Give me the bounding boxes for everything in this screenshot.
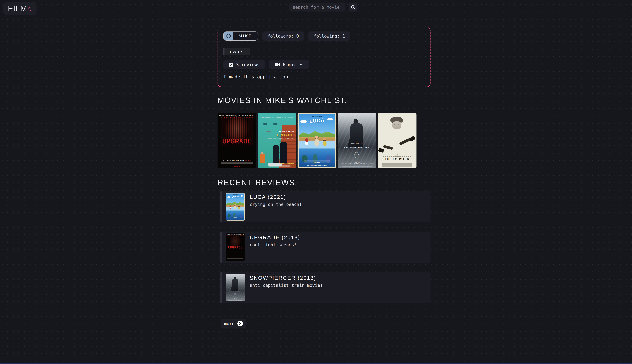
poster-title: THE LOBSTER: [378, 157, 416, 161]
review-movie-title: SNOWPIERCER (2013): [250, 275, 316, 281]
poster-top-credits: FROM BLUMHOUSE, THE PRODUCER OF GET OUT,…: [226, 234, 245, 237]
poster-release-date: Original Movie Streaming June 18: [299, 165, 335, 166]
poster-title: UPGRADE: [218, 137, 256, 145]
watchlist-poster-snowpiercer: BONG JOON HO SNOWPIERCER FIGHT YOUR WAY …: [226, 274, 245, 302]
review-movie-title: UPGRADE (2018): [250, 234, 300, 240]
video-camera-icon: [274, 62, 280, 67]
poster-platform: Disney+: [226, 217, 244, 218]
poster-credit-block: [342, 165, 372, 167]
profile-card: MIKE followers: 0 following: 1 owner 3 r…: [218, 27, 430, 87]
review-thumb: Disney PIXAR LUCA Disney+ Original Movie…: [226, 193, 245, 220]
review-text: crying on the beach!: [250, 202, 302, 207]
poster-release-date: Original Movie Streaming June 18: [226, 219, 244, 220]
poster-top-credits: FROM BLUMHOUSE, THE PRODUCER OF GET OUT,…: [218, 115, 256, 121]
face-icon: [226, 33, 231, 39]
review-movie-title: LUCA (2021): [250, 194, 286, 200]
poster-director-line: FROM THE DIRECTOR OF SHERLOCK HOLMES AND…: [260, 117, 294, 120]
more-reviews-button[interactable]: more: [221, 319, 246, 328]
poster-release-date: JUNE 1: [218, 165, 256, 167]
reviews-heading: RECENT REVIEWS.: [218, 178, 430, 186]
profile-bio: I made this application: [223, 74, 424, 79]
avatar: [224, 32, 233, 40]
review-thumb: BONG JOON HO SNOWPIERCER FIGHT YOUR WAY …: [226, 274, 245, 302]
profile-stats-row: 3 reviews 6 movies: [223, 60, 424, 69]
watchlist-poster-luca[interactable]: Disney PIXAR LUCA Disney+ Original Movie…: [298, 113, 336, 168]
poster-art-water: [226, 210, 244, 220]
poster-title: SNOWPIERCER: [226, 290, 245, 292]
poster-art-hills: [299, 129, 335, 140]
poster-art-face: [392, 121, 402, 129]
pencil-square-icon: [229, 62, 233, 67]
watchlist-poster-luca: Disney PIXAR LUCA Disney+ Original Movie…: [226, 193, 245, 220]
movies-count-badge: 6 movies: [269, 60, 309, 69]
logo-film: FILM: [8, 4, 27, 13]
poster-cast: EVANS KANG HO SWINTON BELL SPENCER HURT …: [338, 163, 376, 164]
poster-title: UPGRADE: [226, 245, 245, 249]
poster-credit-block: [227, 258, 243, 259]
watchlist-poster-strip: FROM BLUMHOUSE, THE PRODUCER OF GET OUT,…: [218, 113, 430, 168]
poster-tagline: NOT MAN. NOT MACHINE. MORE.: [226, 256, 245, 258]
watchlist-poster-lobster[interactable]: THE LOBSTER: [378, 113, 416, 168]
poster-cast: EVANS KANG HO SWINTON BELL SPENCER HURT …: [226, 299, 245, 299]
logo-accent: r.: [27, 4, 32, 13]
following-badge: following: 1: [308, 32, 350, 40]
poster-credit-block: [382, 164, 412, 167]
poster-release-date: JUNE 1: [226, 260, 245, 260]
poster-credit-block: [220, 162, 253, 165]
reviews-count-badge: 3 reviews: [223, 60, 265, 69]
role-row: owner: [223, 47, 424, 55]
poster-art-water: [299, 148, 335, 167]
poster-director: BONG JOON HO: [226, 289, 245, 290]
review-card-luca[interactable]: Disney PIXAR LUCA Disney+ Original Movie…: [220, 191, 430, 222]
watchlist-poster-uncle[interactable]: FROM THE DIRECTOR OF SHERLOCK HOLMES AND…: [258, 113, 296, 168]
review-card-upgrade[interactable]: FROM BLUMHOUSE, THE PRODUCER OF GET OUT,…: [220, 232, 430, 263]
poster-art-hand: [399, 138, 410, 146]
poster-director: BONG JOON HO: [338, 143, 376, 144]
poster-title: LUCA: [299, 117, 335, 124]
watchlist-poster-snowpiercer[interactable]: BONG JOON HO SNOWPIERCER FIGHT YOUR WAY …: [338, 113, 376, 168]
poster-credit-block: [269, 166, 290, 167]
poster-tagline: NOT MAN. NOT MACHINE. MORE.: [218, 160, 256, 162]
page: { "app": { "logo_film": "FILM", "logo_ac…: [0, 0, 632, 364]
main-content: MIKE followers: 0 following: 1 owner 3 r…: [218, 0, 430, 328]
poster-tagline: FIGHT YOUR WAY TO THE FRONT: [226, 293, 245, 299]
poster-subtitle: SAVING THE WORLD NEVER GOES OUT OF STYLE: [268, 138, 294, 139]
more-label: more: [224, 321, 234, 326]
profile-name: MIKE: [233, 32, 258, 40]
watchlist-heading: MOVIES IN MIKE'S WATCHLIST.: [218, 96, 430, 104]
poster-art-hills: [226, 201, 244, 206]
poster-tagline: FIGHT YOUR WAY TO THE FRONT: [338, 151, 376, 164]
review-thumb: FROM BLUMHOUSE, THE PRODUCER OF GET OUT,…: [226, 233, 245, 261]
profile-identity-row: MIKE followers: 0 following: 1: [223, 32, 424, 40]
poster-pre-title: THE MAN FROM: [278, 130, 294, 132]
poster-release-date: IN CINEMAS 3 SEPTEMBER: [276, 163, 294, 165]
role-badge: owner: [223, 48, 250, 55]
bottom-accent-bar: [0, 363, 632, 364]
review-card-snowpiercer[interactable]: BONG JOON HO SNOWPIERCER FIGHT YOUR WAY …: [220, 272, 430, 303]
poster-platform: Disney+: [299, 162, 335, 163]
poster-art-hand: [383, 145, 393, 150]
profile-name-chip[interactable]: MIKE: [223, 32, 258, 40]
poster-credit-block: [228, 300, 242, 301]
review-list: Disney PIXAR LUCA Disney+ Original Movie…: [218, 191, 430, 303]
watchlist-poster-upgrade: FROM BLUMHOUSE, THE PRODUCER OF GET OUT,…: [226, 233, 245, 261]
watchlist-poster-upgrade[interactable]: FROM BLUMHOUSE, THE PRODUCER OF GET OUT,…: [218, 113, 256, 168]
poster-title: LUCA: [226, 195, 244, 199]
logo[interactable]: FILMr.: [3, 2, 36, 15]
chevron-right-icon: [238, 321, 243, 326]
followers-badge: followers: 0: [262, 32, 304, 40]
poster-title: U.N.C.L.E.: [277, 133, 295, 137]
review-text: anti capitalist train movie!: [250, 283, 323, 288]
review-text: cool fight scenes!!: [250, 242, 299, 247]
poster-title: SNOWPIERCER: [338, 146, 376, 149]
